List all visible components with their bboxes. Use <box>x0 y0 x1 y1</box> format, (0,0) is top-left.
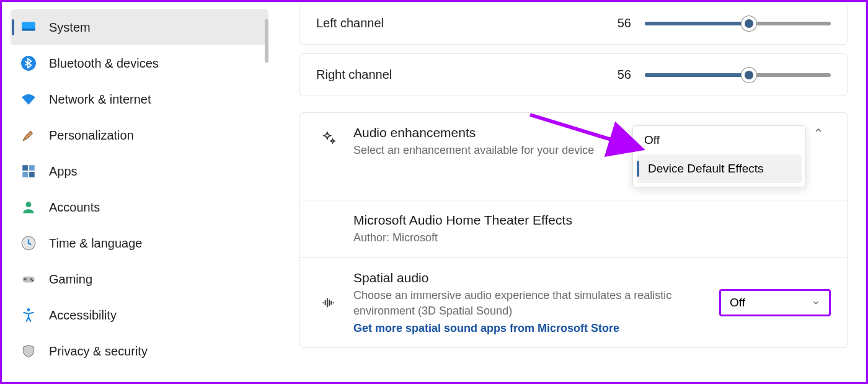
svg-point-7 <box>26 202 32 207</box>
right-channel-slider[interactable] <box>645 73 831 77</box>
sidebar-label: Accounts <box>49 200 100 215</box>
spatial-audio-row[interactable]: Spatial audio Choose an immersive audio … <box>300 257 847 347</box>
apps-icon <box>20 163 37 179</box>
sidebar-label: Personalization <box>49 128 134 143</box>
sidebar-label: Time & language <box>49 236 142 251</box>
sidebar-label: Apps <box>49 164 78 179</box>
spatial-select[interactable]: Off <box>719 289 831 316</box>
sidebar-item-accounts[interactable]: Accounts <box>11 189 268 225</box>
spatial-store-link[interactable]: Get more spatial sound apps from Microso… <box>353 322 619 335</box>
sidebar-label: Gaming <box>49 272 92 287</box>
settings-content: Left channel 56 Right channel 56 <box>268 2 866 382</box>
left-channel-card: Left channel 56 <box>299 2 848 45</box>
svg-rect-1 <box>22 29 35 30</box>
audio-enhancements-dropdown[interactable]: Off Device Default Effects <box>632 125 806 187</box>
svg-rect-4 <box>29 165 35 171</box>
svg-rect-6 <box>29 172 35 177</box>
settings-sidebar: System Bluetooth & devices Network & int… <box>2 2 268 382</box>
sidebar-item-privacy[interactable]: Privacy & security <box>11 333 268 369</box>
dropdown-option-default[interactable]: Device Default Effects <box>637 154 802 183</box>
sidebar-item-network[interactable]: Network & internet <box>11 81 268 117</box>
svg-rect-3 <box>22 165 28 171</box>
sidebar-label: Bluetooth & devices <box>49 56 159 71</box>
left-channel-slider[interactable] <box>645 22 831 25</box>
sparkle-icon <box>316 125 341 146</box>
right-channel-value: 56 <box>618 68 631 82</box>
svg-point-12 <box>27 308 30 311</box>
sidebar-item-time[interactable]: Time & language <box>11 225 268 261</box>
chevron-down-icon <box>812 298 820 307</box>
audio-enhancements-title: Audio enhancements <box>353 125 620 140</box>
sidebar-item-personalization[interactable]: Personalization <box>11 117 268 153</box>
svg-point-10 <box>30 278 32 280</box>
bluetooth-icon <box>20 55 37 71</box>
brush-icon <box>20 127 37 143</box>
audio-enhancements-row[interactable]: Audio enhancements Select an enhancement… <box>300 113 847 200</box>
monitor-icon <box>20 19 37 35</box>
spatial-title: Spatial audio <box>353 270 707 285</box>
slider-thumb[interactable] <box>742 68 756 83</box>
shield-icon <box>20 343 37 359</box>
gamepad-icon <box>20 271 37 287</box>
accessibility-icon <box>20 307 37 323</box>
audio-enhancements-group: Audio enhancements Select an enhancement… <box>299 112 848 348</box>
sidebar-item-system[interactable]: System <box>11 9 268 45</box>
left-channel-value: 56 <box>618 16 631 30</box>
right-channel-card: Right channel 56 <box>299 53 848 96</box>
sidebar-item-apps[interactable]: Apps <box>11 153 268 189</box>
sidebar-item-bluetooth[interactable]: Bluetooth & devices <box>11 45 268 81</box>
left-channel-label: Left channel <box>316 16 384 30</box>
home-theater-row[interactable]: Microsoft Audio Home Theater Effects Aut… <box>300 200 847 257</box>
spatial-sub: Choose an immersive audio experience tha… <box>353 288 707 318</box>
svg-point-11 <box>32 280 33 282</box>
slider-thumb[interactable] <box>742 16 756 31</box>
dropdown-option-off[interactable]: Off <box>633 126 805 154</box>
audio-enhancements-sub: Select an enhancement available for your… <box>353 143 620 158</box>
sidebar-label: Privacy & security <box>49 344 148 359</box>
clock-icon <box>20 235 37 251</box>
home-theater-author: Author: Microsoft <box>353 230 818 245</box>
sidebar-item-gaming[interactable]: Gaming <box>11 261 268 297</box>
svg-rect-5 <box>22 172 28 177</box>
wifi-icon <box>20 91 37 107</box>
right-channel-label: Right channel <box>316 68 392 82</box>
soundwave-icon <box>316 295 341 311</box>
sidebar-item-accessibility[interactable]: Accessibility <box>11 297 268 333</box>
spatial-select-value: Off <box>730 296 745 310</box>
home-theater-title: Microsoft Audio Home Theater Effects <box>353 213 818 228</box>
sidebar-label: Accessibility <box>49 308 117 323</box>
person-icon <box>20 199 37 215</box>
sidebar-label: Network & internet <box>49 92 151 107</box>
chevron-up-icon[interactable] <box>806 125 831 138</box>
sidebar-label: System <box>49 20 91 35</box>
